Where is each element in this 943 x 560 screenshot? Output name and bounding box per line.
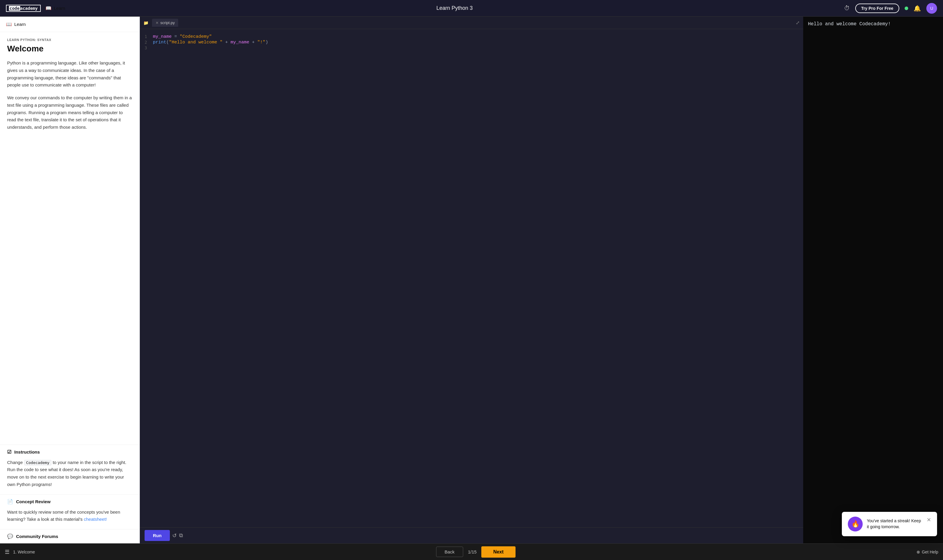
codecademy-logo[interactable]: codeacademy	[6, 5, 41, 12]
nav-left: codeacademy 📖 Learn	[6, 5, 65, 12]
next-button[interactable]: Next	[481, 546, 515, 558]
lesson-paragraph-1: Python is a programming language. Like o…	[7, 60, 133, 89]
instructions-body: Change Codecademy to your name in the sc…	[0, 459, 139, 494]
lesson-title: Welcome	[7, 44, 133, 54]
concept-review-section-header[interactable]: 📄 Concept Review	[0, 494, 139, 509]
get-help-label: Get Help	[922, 549, 938, 554]
code-area[interactable]: 1 my_name = "Codecademy" 2 print("Hello …	[140, 29, 803, 527]
bottom-right[interactable]: ⊗ Get Help	[917, 549, 938, 554]
bottom-left: ☰ 1. Welcome	[5, 549, 35, 555]
avatar[interactable]: U	[926, 3, 937, 14]
status-dot	[904, 6, 908, 10]
instructions-section-header[interactable]: ☑ Instructions	[0, 445, 139, 459]
tab-close-icon[interactable]: ✕	[156, 21, 159, 25]
nav-right: ⏱ Try Pro For Free 🔔 U	[844, 3, 937, 14]
instructions-inline-code: Codecademy	[24, 460, 51, 466]
instructions-title: Instructions	[14, 449, 40, 454]
editor-tabs: 📁 ✕ script.py	[144, 19, 178, 27]
line-number-2: 2	[145, 40, 153, 45]
learn-nav-label: Learn	[54, 6, 65, 11]
expand-icon[interactable]: ⤢	[796, 20, 799, 26]
lesson-panel: 📖 Learn LEARN PYTHON: SYNTAX Welcome Pyt…	[0, 17, 140, 543]
back-button[interactable]: Back	[436, 547, 463, 557]
code-content-2[interactable]: print("Hello and welcome " + my_name + "…	[153, 40, 268, 45]
community-forums-section-header[interactable]: 💬 Community Forums	[0, 529, 139, 543]
output-text: Hello and welcome Codecademy!	[803, 17, 943, 31]
toast-message: You've started a streak! Keep it going t…	[867, 518, 923, 530]
editor-tab-bar: 📁 ✕ script.py ⤢	[140, 17, 803, 29]
book-header-icon: 📖	[6, 22, 12, 27]
tab-filename: script.py	[161, 20, 174, 25]
refresh-icon[interactable]: ↺	[172, 532, 177, 539]
toast-close-button[interactable]: ✕	[927, 517, 931, 523]
copy-icon[interactable]: ⧉	[179, 532, 183, 538]
book-icon: 📖	[46, 5, 51, 11]
main-layout: 📖 Learn LEARN PYTHON: SYNTAX Welcome Pyt…	[0, 17, 943, 543]
bottom-bar: ☰ 1. Welcome Back 1/15 Next ⊗ Get Help	[0, 543, 943, 560]
concept-review-body: Want to quickly review some of the conce…	[0, 509, 139, 529]
editor-toolbar: Run ↺ ⧉	[140, 527, 803, 543]
checkbox-icon: ☑	[7, 449, 11, 455]
document-icon: 📄	[7, 499, 13, 505]
learn-header-label: Learn	[14, 22, 26, 27]
code-line-2: 2 print("Hello and welcome " + my_name +…	[140, 40, 803, 45]
streak-icon: 🔥	[848, 517, 863, 531]
progress-indicator: 1/15	[468, 549, 477, 554]
code-line-3: 3	[140, 45, 803, 51]
page-title: Learn Python 3	[437, 5, 473, 11]
run-button[interactable]: Run	[145, 530, 170, 541]
bottom-center: Back 1/15 Next	[436, 546, 515, 558]
script-tab[interactable]: ✕ script.py	[152, 19, 178, 27]
code-content-1[interactable]: my_name = "Codecademy"	[153, 34, 212, 39]
instructions-text-before: Change	[7, 460, 24, 465]
community-forums-title: Community Forums	[16, 534, 58, 539]
timer-icon[interactable]: ⏱	[844, 5, 850, 12]
lesson-content: LEARN PYTHON: SYNTAX Welcome Python is a…	[0, 32, 139, 445]
top-navigation: codeacademy 📖 Learn Learn Python 3 ⏱ Try…	[0, 0, 943, 17]
notification-icon[interactable]: 🔔	[914, 5, 921, 12]
lesson-tag: LEARN PYTHON: SYNTAX	[7, 38, 133, 42]
cheatsheet-link[interactable]: cheatsheet!	[84, 517, 107, 522]
lesson-paragraph-2: We convey our commands to the computer b…	[7, 94, 133, 131]
learn-nav-item[interactable]: 📖 Learn	[46, 5, 65, 11]
streak-toast: 🔥 You've started a streak! Keep it going…	[842, 512, 937, 536]
bottom-lesson-label: 1. Welcome	[13, 549, 35, 554]
try-pro-button[interactable]: Try Pro For Free	[855, 3, 899, 13]
folder-icon[interactable]: 📁	[144, 20, 148, 25]
chat-icon: 💬	[7, 534, 13, 539]
line-number-3: 3	[145, 46, 153, 50]
hamburger-button[interactable]: ☰	[5, 549, 9, 555]
code-editor-panel: 📁 ✕ script.py ⤢ 1 my_name = "Codecademy"…	[140, 17, 803, 543]
code-line-1: 1 my_name = "Codecademy"	[140, 34, 803, 40]
learn-header: 📖 Learn	[0, 17, 139, 32]
line-number-1: 1	[145, 34, 153, 39]
output-panel: Hello and welcome Codecademy!	[803, 17, 943, 543]
concept-review-title: Concept Review	[16, 499, 51, 504]
fire-icon: 🔥	[851, 520, 860, 528]
circle-x-icon: ⊗	[917, 549, 920, 554]
